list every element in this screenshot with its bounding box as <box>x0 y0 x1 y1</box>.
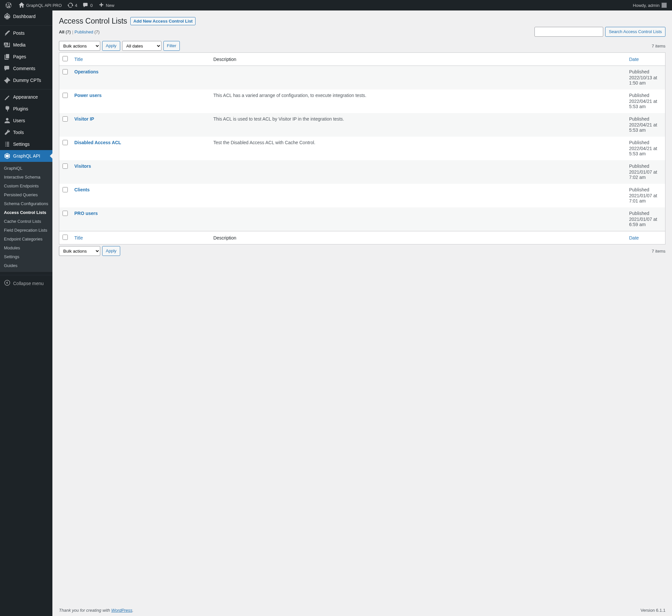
row-checkbox[interactable] <box>63 69 68 74</box>
filter-button[interactable]: Filter <box>163 41 180 51</box>
table-row: Disabled Access ACL Test the Disabled Ac… <box>59 137 665 160</box>
menu-separator <box>0 273 52 275</box>
collapse-icon <box>4 279 10 287</box>
collapse-menu-button[interactable]: Collapse menu <box>0 277 52 289</box>
row-checkbox[interactable] <box>63 187 68 192</box>
column-date-sort-bottom[interactable]: Date <box>629 235 639 240</box>
apply-button-bottom[interactable]: Apply <box>102 246 120 256</box>
row-date: Published 2021/01/07 at 7:01 am <box>626 184 665 207</box>
wordpress-icon <box>5 2 12 9</box>
date-filter-select[interactable]: All dates <box>122 41 161 51</box>
subnav-endpoint-categories[interactable]: Endpoint Categories <box>0 234 52 243</box>
row-title-link[interactable]: PRO users <box>74 211 98 216</box>
subnav-persisted-queries[interactable]: Persisted Queries <box>0 190 52 199</box>
table-row: Power users This ACL has a varied arrang… <box>59 89 665 113</box>
filter-all-label: All <box>59 29 65 34</box>
wp-logo[interactable] <box>3 0 16 10</box>
subnav-schema-configurations[interactable]: Schema Configurations <box>0 199 52 208</box>
nav-graphql-api[interactable]: GraphQL API <box>0 150 52 162</box>
row-checkbox[interactable] <box>63 93 68 98</box>
dashboard-icon <box>4 13 10 20</box>
row-checkbox[interactable] <box>63 211 68 216</box>
nav-label: Tools <box>13 130 24 135</box>
select-all-checkbox-bottom[interactable] <box>63 234 68 240</box>
updates-icon <box>67 2 74 9</box>
nav-posts[interactable]: Posts <box>0 27 52 39</box>
row-checkbox[interactable] <box>63 163 68 169</box>
avatar <box>662 3 667 8</box>
site-name-link[interactable]: GraphQL API PRO <box>16 0 65 10</box>
select-all-checkbox-top[interactable] <box>63 56 68 61</box>
search-button[interactable]: Search Access Control Lists <box>605 27 665 37</box>
row-date: Published 2022/04/21 at 5:53 am <box>626 89 665 113</box>
nav-media[interactable]: Media <box>0 39 52 51</box>
subnav-guides[interactable]: Guides <box>0 261 52 270</box>
nav-users[interactable]: Users <box>0 115 52 126</box>
nav-label: Appearance <box>13 94 38 100</box>
page-title: Access Control Lists <box>59 17 127 26</box>
add-new-button[interactable]: Add New Access Control List <box>130 17 196 25</box>
nav-dummy-cpts[interactable]: Dummy CPTs <box>0 74 52 86</box>
new-link[interactable]: New <box>95 0 117 10</box>
wordpress-link[interactable]: WordPress <box>111 608 132 613</box>
appearance-icon <box>4 94 10 100</box>
subnav-modules[interactable]: Modules <box>0 243 52 252</box>
subnav-cache-control-lists[interactable]: Cache Control Lists <box>0 217 52 226</box>
nav-pages[interactable]: Pages <box>0 51 52 63</box>
nav-appearance[interactable]: Appearance <box>0 91 52 103</box>
subnav-field-deprecation-lists[interactable]: Field Deprecation Lists <box>0 226 52 234</box>
filter-separator: | <box>72 29 73 34</box>
admin-menu: Dashboard Posts Media Pages Comments Dum… <box>0 10 52 616</box>
column-title-sort[interactable]: Title <box>74 57 83 62</box>
filter-published-label: Published <box>75 29 93 34</box>
row-title-link[interactable]: Power users <box>74 93 102 98</box>
bulk-action-select-bottom[interactable]: Bulk actions <box>59 246 100 256</box>
filter-published[interactable]: Published (7) <box>75 29 100 34</box>
subnav-settings[interactable]: Settings <box>0 252 52 261</box>
comment-icon <box>83 2 89 9</box>
row-description <box>210 184 626 207</box>
nav-label: Comments <box>13 66 35 71</box>
plugins-icon <box>4 105 10 112</box>
row-description: Test the Disabled Access ACL with Cache … <box>210 137 626 160</box>
updates-link[interactable]: 4 <box>65 0 80 10</box>
row-checkbox[interactable] <box>63 140 68 145</box>
my-account-link[interactable]: Howdy, admin <box>630 0 669 10</box>
column-title-sort-bottom[interactable]: Title <box>74 235 83 240</box>
nav-plugins[interactable]: Plugins <box>0 103 52 115</box>
comments-link[interactable]: 0 <box>80 0 95 10</box>
column-date-sort[interactable]: Date <box>629 57 639 62</box>
row-date-value: 2022/10/13 at 1:50 am <box>629 75 662 85</box>
row-date-value: 2022/04/21 at 5:53 am <box>629 99 662 109</box>
nav-tools[interactable]: Tools <box>0 126 52 138</box>
apply-button-top[interactable]: Apply <box>102 41 120 51</box>
table-row: Operations Published 2022/10/13 at 1:50 … <box>59 66 665 89</box>
row-title-link[interactable]: Clients <box>74 187 90 192</box>
search-input[interactable] <box>534 27 603 37</box>
subnav-graphiql[interactable]: GraphiQL <box>0 164 52 173</box>
subnav-custom-endpoints[interactable]: Custom Endpoints <box>0 181 52 190</box>
filter-published-count: (7) <box>94 29 100 34</box>
row-title-link[interactable]: Operations <box>74 69 99 74</box>
nav-comments[interactable]: Comments <box>0 63 52 74</box>
bulk-action-select-top[interactable]: Bulk actions <box>59 41 100 51</box>
filter-all[interactable]: All (7) <box>59 29 71 34</box>
footer: Thank you for creating with WordPress. V… <box>52 605 672 616</box>
row-description: This ACL is used to test ACL by Visitor … <box>210 113 626 137</box>
nav-dashboard[interactable]: Dashboard <box>0 10 52 22</box>
row-title-link[interactable]: Visitors <box>74 163 91 169</box>
row-title-link[interactable]: Disabled Access ACL <box>74 140 121 145</box>
menu-separator <box>0 88 52 89</box>
subnav-access-control-lists[interactable]: Access Control Lists <box>0 208 52 217</box>
new-label-text: New <box>106 3 114 8</box>
row-checkbox[interactable] <box>63 116 68 121</box>
row-description: This ACL has a varied arrange of configu… <box>210 89 626 113</box>
filter-all-count: (7) <box>65 29 71 34</box>
row-date-status: Published <box>629 211 662 216</box>
subnav-interactive-schema[interactable]: Interactive Schema <box>0 173 52 181</box>
nav-settings[interactable]: Settings <box>0 138 52 150</box>
nav-label: Settings <box>13 141 30 147</box>
row-description <box>210 207 626 231</box>
row-title-link[interactable]: Visitor IP <box>74 116 94 121</box>
collapse-label: Collapse menu <box>13 281 44 286</box>
